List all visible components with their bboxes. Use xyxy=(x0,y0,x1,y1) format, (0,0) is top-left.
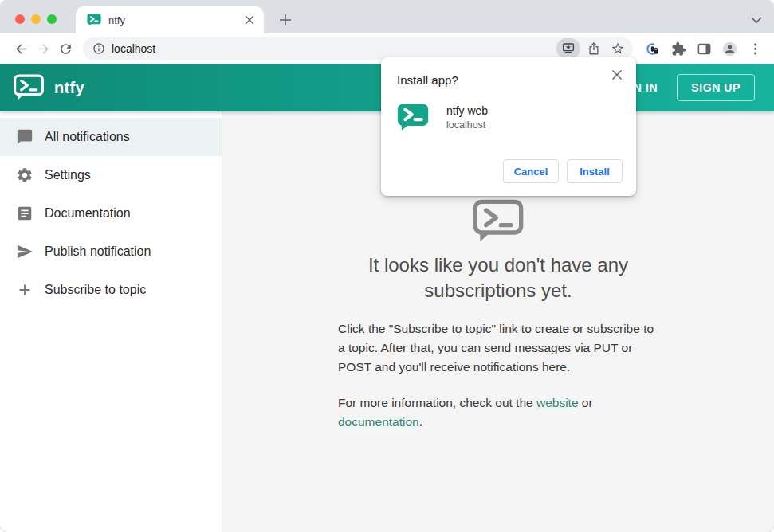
empty-state: It looks like you don't have any subscri… xyxy=(338,199,658,432)
profile-avatar-icon[interactable] xyxy=(719,38,740,59)
article-icon xyxy=(16,205,33,222)
documentation-link[interactable]: documentation xyxy=(338,415,419,428)
sidebar-item-label: All notifications xyxy=(45,130,130,144)
install-app-dialog: Install app? ntfy web localhost Cancel I… xyxy=(381,57,636,196)
empty-state-heading: It looks like you don't have any subscri… xyxy=(338,252,658,303)
info-icon[interactable] xyxy=(92,42,105,55)
forward-icon[interactable] xyxy=(32,37,54,60)
ntfy-app-icon xyxy=(397,104,429,132)
share-icon[interactable] xyxy=(583,38,604,59)
install-button[interactable]: Install xyxy=(567,159,623,183)
bookmark-star-icon[interactable] xyxy=(607,38,628,59)
website-link[interactable]: website xyxy=(536,396,579,409)
back-icon[interactable] xyxy=(10,37,32,60)
tab-close-icon[interactable] xyxy=(243,14,256,26)
send-icon xyxy=(16,243,33,260)
minimize-window-button[interactable] xyxy=(31,14,41,24)
chat-bubble-icon xyxy=(16,128,33,146)
url-bar[interactable]: localhost xyxy=(83,37,633,60)
install-dialog-title: Install app? xyxy=(397,73,620,87)
sidebar-item-publish-notification[interactable]: Publish notification xyxy=(0,233,222,271)
cancel-button[interactable]: Cancel xyxy=(503,159,559,183)
app-title: ntfy xyxy=(54,79,84,97)
browser-tab[interactable]: ntfy xyxy=(76,6,264,33)
ntfy-favicon-icon xyxy=(87,13,101,27)
sidebar-item-subscribe-to-topic[interactable]: Subscribe to topic xyxy=(0,271,222,309)
install-pwa-icon[interactable] xyxy=(556,38,580,59)
menu-dots-icon[interactable] xyxy=(745,38,765,59)
sidebar-item-all-notifications[interactable]: All notifications xyxy=(0,118,222,156)
brand: ntfy xyxy=(13,74,84,101)
sign-up-button[interactable]: SIGN UP xyxy=(677,74,755,101)
close-window-button[interactable] xyxy=(15,14,25,24)
url-text[interactable]: localhost xyxy=(112,42,553,55)
extensions-puzzle-icon[interactable] xyxy=(668,38,689,59)
install-app-name: ntfy web xyxy=(446,104,488,117)
gear-icon xyxy=(16,166,33,184)
sidebar-item-label: Publish notification xyxy=(45,244,151,259)
ntfy-logo-icon xyxy=(13,74,45,101)
zoom-window-button[interactable] xyxy=(47,14,57,24)
window-controls xyxy=(15,14,57,24)
sidebar-item-settings[interactable]: Settings xyxy=(0,156,222,194)
side-panel-icon[interactable] xyxy=(693,38,714,59)
sidebar-item-documentation[interactable]: Documentation xyxy=(0,194,222,233)
new-tab-button[interactable] xyxy=(276,10,295,29)
privacy-extension-icon[interactable] xyxy=(642,38,663,59)
sidebar-item-label: Subscribe to topic xyxy=(45,283,146,297)
sidebar: All notifications Settings Documentation… xyxy=(0,111,222,532)
tab-search-chevron-icon[interactable] xyxy=(751,13,762,27)
close-icon[interactable] xyxy=(609,67,625,83)
paragraph-2-text: . xyxy=(419,415,422,428)
tab-title: ntfy xyxy=(108,14,243,26)
browser-window: ntfy localhost xyxy=(0,0,774,532)
empty-state-paragraph-2: For more information, check out the webs… xyxy=(338,393,658,432)
empty-state-paragraph-1: Click the "Subscribe to topic" link to c… xyxy=(338,319,658,377)
extension-cluster xyxy=(642,38,765,59)
paragraph-2-text: For more information, check out the xyxy=(338,396,536,409)
plus-icon xyxy=(16,281,33,299)
sidebar-item-label: Settings xyxy=(45,168,91,182)
reload-icon[interactable] xyxy=(54,37,77,60)
install-app-origin: localhost xyxy=(446,119,488,131)
sidebar-item-label: Documentation xyxy=(45,206,131,221)
tab-strip: ntfy xyxy=(0,0,774,33)
paragraph-2-text: or xyxy=(579,396,593,409)
ntfy-logo-gray-icon xyxy=(473,199,524,244)
